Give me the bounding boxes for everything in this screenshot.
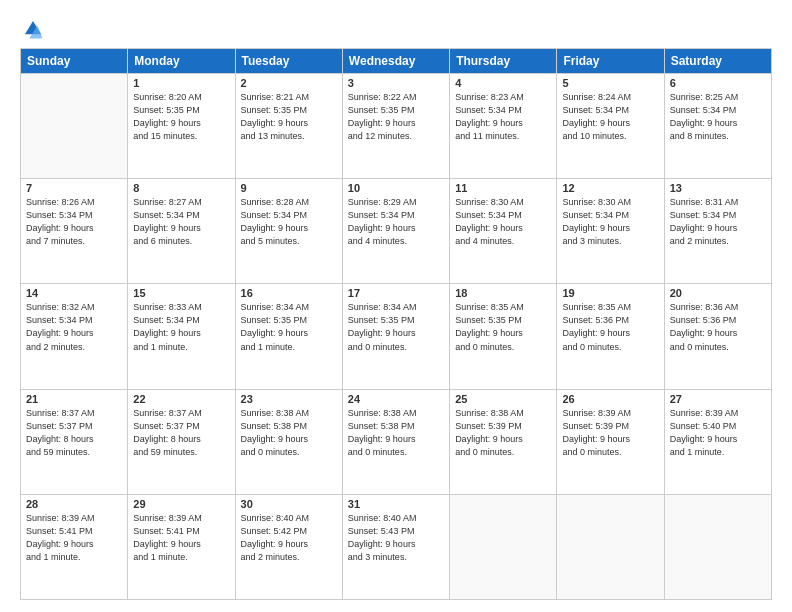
cell-info: Sunrise: 8:34 AM Sunset: 5:35 PM Dayligh… bbox=[348, 301, 444, 353]
cell-info: Sunrise: 8:22 AM Sunset: 5:35 PM Dayligh… bbox=[348, 91, 444, 143]
days-header-row: SundayMondayTuesdayWednesdayThursdayFrid… bbox=[21, 49, 772, 74]
day-number: 31 bbox=[348, 498, 444, 510]
cell-info: Sunrise: 8:37 AM Sunset: 5:37 PM Dayligh… bbox=[26, 407, 122, 459]
day-number: 1 bbox=[133, 77, 229, 89]
calendar-cell: 1Sunrise: 8:20 AM Sunset: 5:35 PM Daylig… bbox=[128, 74, 235, 179]
cell-info: Sunrise: 8:39 AM Sunset: 5:41 PM Dayligh… bbox=[26, 512, 122, 564]
cell-info: Sunrise: 8:38 AM Sunset: 5:38 PM Dayligh… bbox=[241, 407, 337, 459]
week-row-1: 7Sunrise: 8:26 AM Sunset: 5:34 PM Daylig… bbox=[21, 179, 772, 284]
cell-info: Sunrise: 8:20 AM Sunset: 5:35 PM Dayligh… bbox=[133, 91, 229, 143]
calendar-cell: 20Sunrise: 8:36 AM Sunset: 5:36 PM Dayli… bbox=[664, 284, 771, 389]
day-number: 19 bbox=[562, 287, 658, 299]
calendar-cell: 9Sunrise: 8:28 AM Sunset: 5:34 PM Daylig… bbox=[235, 179, 342, 284]
day-number: 14 bbox=[26, 287, 122, 299]
cell-info: Sunrise: 8:31 AM Sunset: 5:34 PM Dayligh… bbox=[670, 196, 766, 248]
calendar-cell: 30Sunrise: 8:40 AM Sunset: 5:42 PM Dayli… bbox=[235, 494, 342, 599]
cell-info: Sunrise: 8:33 AM Sunset: 5:34 PM Dayligh… bbox=[133, 301, 229, 353]
cell-info: Sunrise: 8:40 AM Sunset: 5:42 PM Dayligh… bbox=[241, 512, 337, 564]
day-number: 17 bbox=[348, 287, 444, 299]
calendar-cell: 5Sunrise: 8:24 AM Sunset: 5:34 PM Daylig… bbox=[557, 74, 664, 179]
day-header-wednesday: Wednesday bbox=[342, 49, 449, 74]
day-number: 4 bbox=[455, 77, 551, 89]
day-number: 28 bbox=[26, 498, 122, 510]
calendar-cell: 11Sunrise: 8:30 AM Sunset: 5:34 PM Dayli… bbox=[450, 179, 557, 284]
cell-info: Sunrise: 8:26 AM Sunset: 5:34 PM Dayligh… bbox=[26, 196, 122, 248]
calendar-cell: 7Sunrise: 8:26 AM Sunset: 5:34 PM Daylig… bbox=[21, 179, 128, 284]
calendar-cell: 31Sunrise: 8:40 AM Sunset: 5:43 PM Dayli… bbox=[342, 494, 449, 599]
day-number: 29 bbox=[133, 498, 229, 510]
calendar-cell: 17Sunrise: 8:34 AM Sunset: 5:35 PM Dayli… bbox=[342, 284, 449, 389]
day-number: 20 bbox=[670, 287, 766, 299]
cell-info: Sunrise: 8:24 AM Sunset: 5:34 PM Dayligh… bbox=[562, 91, 658, 143]
cell-info: Sunrise: 8:39 AM Sunset: 5:41 PM Dayligh… bbox=[133, 512, 229, 564]
page: SundayMondayTuesdayWednesdayThursdayFrid… bbox=[0, 0, 792, 612]
calendar-cell: 26Sunrise: 8:39 AM Sunset: 5:39 PM Dayli… bbox=[557, 389, 664, 494]
day-number: 8 bbox=[133, 182, 229, 194]
calendar-cell: 3Sunrise: 8:22 AM Sunset: 5:35 PM Daylig… bbox=[342, 74, 449, 179]
day-number: 18 bbox=[455, 287, 551, 299]
cell-info: Sunrise: 8:25 AM Sunset: 5:34 PM Dayligh… bbox=[670, 91, 766, 143]
calendar-cell: 12Sunrise: 8:30 AM Sunset: 5:34 PM Dayli… bbox=[557, 179, 664, 284]
cell-info: Sunrise: 8:30 AM Sunset: 5:34 PM Dayligh… bbox=[455, 196, 551, 248]
calendar-cell: 13Sunrise: 8:31 AM Sunset: 5:34 PM Dayli… bbox=[664, 179, 771, 284]
calendar-table: SundayMondayTuesdayWednesdayThursdayFrid… bbox=[20, 48, 772, 600]
day-header-monday: Monday bbox=[128, 49, 235, 74]
calendar-cell: 19Sunrise: 8:35 AM Sunset: 5:36 PM Dayli… bbox=[557, 284, 664, 389]
day-header-sunday: Sunday bbox=[21, 49, 128, 74]
day-number: 23 bbox=[241, 393, 337, 405]
day-header-friday: Friday bbox=[557, 49, 664, 74]
cell-info: Sunrise: 8:30 AM Sunset: 5:34 PM Dayligh… bbox=[562, 196, 658, 248]
calendar-cell bbox=[450, 494, 557, 599]
day-number: 10 bbox=[348, 182, 444, 194]
calendar-cell: 6Sunrise: 8:25 AM Sunset: 5:34 PM Daylig… bbox=[664, 74, 771, 179]
cell-info: Sunrise: 8:28 AM Sunset: 5:34 PM Dayligh… bbox=[241, 196, 337, 248]
cell-info: Sunrise: 8:38 AM Sunset: 5:39 PM Dayligh… bbox=[455, 407, 551, 459]
calendar-cell: 29Sunrise: 8:39 AM Sunset: 5:41 PM Dayli… bbox=[128, 494, 235, 599]
calendar-cell: 22Sunrise: 8:37 AM Sunset: 5:37 PM Dayli… bbox=[128, 389, 235, 494]
day-number: 27 bbox=[670, 393, 766, 405]
calendar-cell: 14Sunrise: 8:32 AM Sunset: 5:34 PM Dayli… bbox=[21, 284, 128, 389]
week-row-0: 1Sunrise: 8:20 AM Sunset: 5:35 PM Daylig… bbox=[21, 74, 772, 179]
week-row-3: 21Sunrise: 8:37 AM Sunset: 5:37 PM Dayli… bbox=[21, 389, 772, 494]
day-number: 7 bbox=[26, 182, 122, 194]
calendar-cell: 23Sunrise: 8:38 AM Sunset: 5:38 PM Dayli… bbox=[235, 389, 342, 494]
day-number: 16 bbox=[241, 287, 337, 299]
day-number: 26 bbox=[562, 393, 658, 405]
day-number: 30 bbox=[241, 498, 337, 510]
logo-icon bbox=[22, 18, 44, 40]
cell-info: Sunrise: 8:34 AM Sunset: 5:35 PM Dayligh… bbox=[241, 301, 337, 353]
day-number: 15 bbox=[133, 287, 229, 299]
cell-info: Sunrise: 8:35 AM Sunset: 5:36 PM Dayligh… bbox=[562, 301, 658, 353]
calendar-cell: 10Sunrise: 8:29 AM Sunset: 5:34 PM Dayli… bbox=[342, 179, 449, 284]
cell-info: Sunrise: 8:40 AM Sunset: 5:43 PM Dayligh… bbox=[348, 512, 444, 564]
cell-info: Sunrise: 8:27 AM Sunset: 5:34 PM Dayligh… bbox=[133, 196, 229, 248]
day-number: 5 bbox=[562, 77, 658, 89]
day-number: 11 bbox=[455, 182, 551, 194]
calendar-cell: 25Sunrise: 8:38 AM Sunset: 5:39 PM Dayli… bbox=[450, 389, 557, 494]
logo bbox=[20, 18, 44, 40]
calendar-cell: 8Sunrise: 8:27 AM Sunset: 5:34 PM Daylig… bbox=[128, 179, 235, 284]
calendar-cell: 15Sunrise: 8:33 AM Sunset: 5:34 PM Dayli… bbox=[128, 284, 235, 389]
day-number: 12 bbox=[562, 182, 658, 194]
cell-info: Sunrise: 8:36 AM Sunset: 5:36 PM Dayligh… bbox=[670, 301, 766, 353]
week-row-4: 28Sunrise: 8:39 AM Sunset: 5:41 PM Dayli… bbox=[21, 494, 772, 599]
day-number: 21 bbox=[26, 393, 122, 405]
calendar-cell bbox=[21, 74, 128, 179]
calendar-cell bbox=[664, 494, 771, 599]
day-header-thursday: Thursday bbox=[450, 49, 557, 74]
calendar-cell: 24Sunrise: 8:38 AM Sunset: 5:38 PM Dayli… bbox=[342, 389, 449, 494]
day-number: 13 bbox=[670, 182, 766, 194]
cell-info: Sunrise: 8:38 AM Sunset: 5:38 PM Dayligh… bbox=[348, 407, 444, 459]
cell-info: Sunrise: 8:39 AM Sunset: 5:39 PM Dayligh… bbox=[562, 407, 658, 459]
calendar-cell: 2Sunrise: 8:21 AM Sunset: 5:35 PM Daylig… bbox=[235, 74, 342, 179]
week-row-2: 14Sunrise: 8:32 AM Sunset: 5:34 PM Dayli… bbox=[21, 284, 772, 389]
calendar-cell: 28Sunrise: 8:39 AM Sunset: 5:41 PM Dayli… bbox=[21, 494, 128, 599]
calendar-cell bbox=[557, 494, 664, 599]
day-number: 25 bbox=[455, 393, 551, 405]
cell-info: Sunrise: 8:35 AM Sunset: 5:35 PM Dayligh… bbox=[455, 301, 551, 353]
day-number: 22 bbox=[133, 393, 229, 405]
cell-info: Sunrise: 8:21 AM Sunset: 5:35 PM Dayligh… bbox=[241, 91, 337, 143]
cell-info: Sunrise: 8:37 AM Sunset: 5:37 PM Dayligh… bbox=[133, 407, 229, 459]
cell-info: Sunrise: 8:23 AM Sunset: 5:34 PM Dayligh… bbox=[455, 91, 551, 143]
header bbox=[20, 18, 772, 40]
